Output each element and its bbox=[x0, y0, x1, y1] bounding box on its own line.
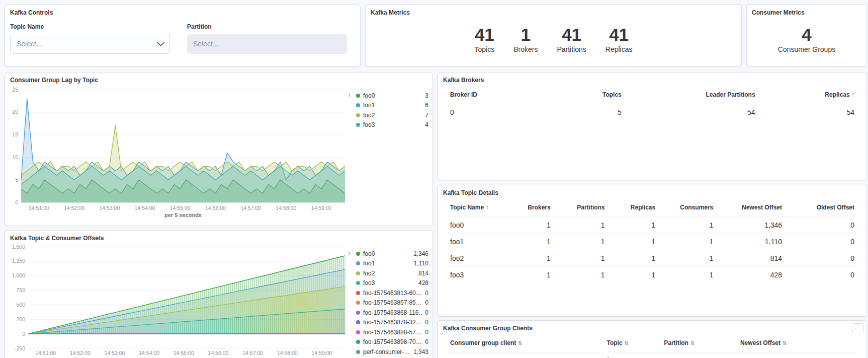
legend-item[interactable]: foo34 bbox=[356, 120, 428, 130]
column-header[interactable]: Topic Name ↑ bbox=[446, 198, 518, 217]
svg-text:-250: -250 bbox=[15, 345, 25, 351]
partition-control: Partition Select... bbox=[187, 23, 347, 54]
table-cell: 0 bbox=[786, 250, 858, 267]
consumer-clients-table: Consumer group client⇅Topic⇅Partition⇅Ne… bbox=[446, 334, 858, 358]
svg-text:14:54:00: 14:54:00 bbox=[135, 205, 155, 211]
table-cell: 1 bbox=[609, 250, 660, 267]
table-cell: 1 bbox=[518, 234, 555, 250]
legend-series-value: 0 bbox=[425, 319, 428, 326]
legend-expand-icon[interactable]: › bbox=[348, 249, 356, 358]
column-header[interactable]: Replicas ↑ bbox=[759, 86, 858, 104]
legend-item[interactable]: foo27 bbox=[356, 110, 428, 120]
partition-select[interactable]: Select... bbox=[187, 34, 347, 54]
svg-text:14:56:00: 14:56:00 bbox=[205, 205, 226, 211]
legend-item[interactable]: foo01,346 bbox=[356, 249, 428, 259]
legend-item[interactable]: foo-1575463888-57…0 bbox=[356, 327, 428, 337]
topic-name-control: Topic Name Select... bbox=[10, 23, 170, 54]
series-color-dot bbox=[356, 340, 360, 344]
offsets-chart-body: -25002505007501,0001,2501,50014:51:0014:… bbox=[5, 243, 432, 358]
metric-value: 4 bbox=[778, 25, 835, 44]
controls-row: Topic Name Select... Partition Select... bbox=[5, 17, 360, 54]
legend-item[interactable]: foo-1575463878-32…0 bbox=[356, 318, 428, 328]
metric-label: Brokers bbox=[513, 45, 538, 53]
series-color-dot bbox=[356, 301, 360, 305]
table-cell: 1,343 bbox=[736, 352, 858, 358]
kafka-dashboard: Kafka Controls Topic Name Select... Part… bbox=[0, 0, 868, 358]
column-header[interactable]: Oldest Offset bbox=[786, 198, 858, 217]
table-cell: 1 bbox=[555, 250, 609, 267]
table-cell: 0 bbox=[786, 217, 858, 234]
series-color-dot bbox=[356, 291, 360, 295]
table-cell: 1 bbox=[555, 234, 609, 250]
offsets-bar-chart: -25002505007501,0001,2501,50014:51:0014:… bbox=[7, 243, 348, 358]
table-row: foo111111,1100 bbox=[446, 234, 858, 250]
series-color-dot bbox=[356, 320, 360, 324]
legend-series-name: foo1 bbox=[363, 260, 411, 267]
series-color-dot bbox=[356, 281, 360, 285]
legend-expand-icon[interactable]: › bbox=[348, 91, 356, 225]
legend-item[interactable]: perf-consumer-…1,343 bbox=[356, 347, 428, 357]
legend-series-value: 0 bbox=[425, 338, 428, 345]
column-header[interactable]: Brokers bbox=[518, 198, 555, 217]
table-cell: consumer-1 bbox=[446, 352, 602, 358]
column-header[interactable]: Broker ID bbox=[446, 86, 557, 104]
legend-series-value: 1,110 bbox=[414, 260, 428, 267]
table-cell: 1 bbox=[518, 250, 555, 267]
legend-item[interactable]: foo-1575463813-60…0 bbox=[356, 288, 428, 298]
metric: 1Brokers bbox=[513, 25, 538, 53]
column-header[interactable]: Newest Offset bbox=[717, 198, 786, 217]
table-cell: 0 bbox=[660, 352, 736, 358]
table-row: foo011111,3460 bbox=[446, 217, 858, 234]
column-header[interactable]: Consumer group client⇅ bbox=[446, 334, 602, 352]
legend-item[interactable]: foo3428 bbox=[356, 278, 428, 289]
legend-item[interactable]: foo-1575463898-70…0 bbox=[356, 337, 428, 347]
svg-text:14:54:00: 14:54:00 bbox=[139, 350, 159, 356]
column-header[interactable]: Topic⇅ bbox=[602, 334, 660, 352]
partition-label: Partition bbox=[187, 23, 347, 30]
legend-series-name: perf-consumer-… bbox=[363, 348, 410, 355]
legend-series-name: foo-1575463813-60… bbox=[363, 290, 422, 297]
table-cell: 428 bbox=[717, 267, 786, 283]
table-cell: 1 bbox=[518, 267, 555, 283]
column-header[interactable]: Partitions bbox=[555, 198, 609, 217]
svg-text:1,500: 1,500 bbox=[12, 244, 25, 250]
legend-item[interactable]: foo-1575463868-116…0 bbox=[356, 308, 428, 318]
column-header[interactable]: Newest Offset⇅ bbox=[736, 334, 858, 352]
offsets-chart-legend: › foo01,346foo11,110foo2814foo3428foo-15… bbox=[348, 243, 428, 358]
legend-item[interactable]: foo2814 bbox=[356, 268, 428, 278]
svg-text:14:59:00: 14:59:00 bbox=[311, 205, 332, 211]
sort-asc-icon: ↑ bbox=[850, 91, 854, 98]
svg-text:500: 500 bbox=[16, 302, 25, 308]
legend-item[interactable]: foo16 bbox=[356, 101, 428, 111]
svg-text:14:52:00: 14:52:00 bbox=[64, 205, 84, 211]
lag-chart-legend: › foo03foo16foo27foo34 bbox=[348, 85, 428, 225]
table-cell: 0 bbox=[446, 104, 557, 121]
column-header[interactable]: Consumers bbox=[659, 198, 717, 217]
table-cell: 1,110 bbox=[717, 234, 786, 250]
legend-series-value: 4 bbox=[425, 121, 428, 128]
legend-series-value: 7 bbox=[425, 112, 428, 119]
metric: 41Replicas bbox=[605, 25, 633, 53]
legend-item[interactable]: foo03 bbox=[356, 91, 428, 101]
table-cell: 0 bbox=[786, 234, 858, 250]
metric-label: Partitions bbox=[557, 45, 586, 53]
panel-options-button[interactable]: ··· bbox=[852, 323, 864, 332]
legend-series-name: foo0 bbox=[363, 250, 410, 257]
legend-item[interactable]: foo11,110 bbox=[356, 259, 428, 269]
metric: 41Topics bbox=[475, 25, 495, 53]
legend-series-value: 0 bbox=[425, 329, 428, 336]
series-color-dot bbox=[356, 123, 360, 127]
panel-title: Kafka Topic & Consumer Offsets bbox=[5, 231, 432, 243]
table-cell: 1 bbox=[609, 234, 660, 250]
series-color-dot bbox=[356, 271, 360, 275]
column-header[interactable]: Leader Partitions bbox=[626, 86, 759, 104]
legend-item[interactable]: foo-1575463857-85…0 bbox=[356, 298, 428, 308]
column-header[interactable]: Partition⇅ bbox=[660, 334, 736, 352]
legend-list: foo03foo16foo27foo34 bbox=[356, 91, 428, 225]
metric-value: 1 bbox=[513, 25, 538, 44]
topic-name-select[interactable]: Select... bbox=[10, 34, 170, 54]
column-header[interactable]: Topics bbox=[557, 86, 626, 104]
column-header[interactable]: Replicas bbox=[609, 198, 660, 217]
table-cell: foo0 bbox=[602, 352, 660, 358]
series-color-dot bbox=[356, 311, 360, 315]
